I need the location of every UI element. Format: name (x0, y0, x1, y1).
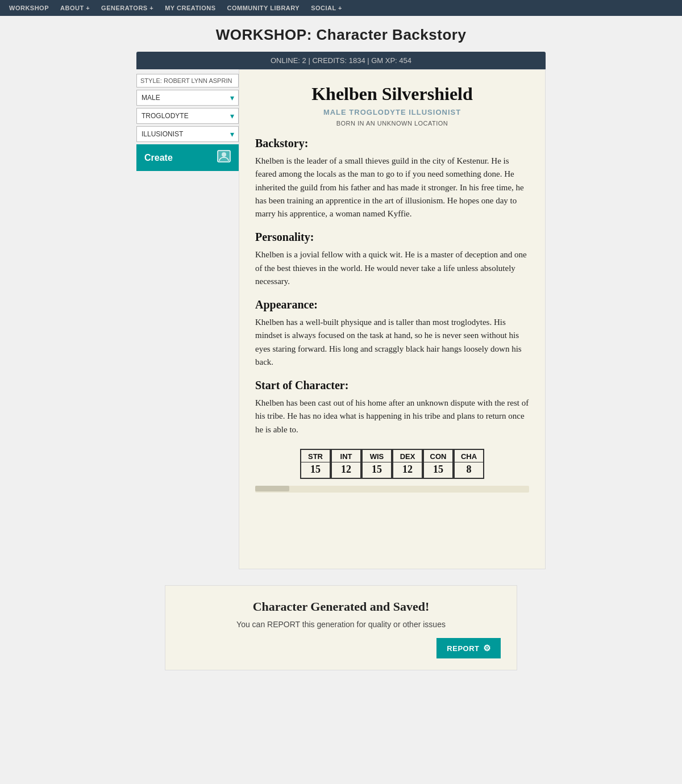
stat-cha-label: CHA (455, 452, 483, 462)
start-of-character-heading: Start of Character: (255, 379, 529, 392)
character-card: Khelben Silvershield MALE TROGLODYTE ILL… (239, 69, 546, 569)
appearance-text: Khelben has a well-built physique and is… (255, 316, 529, 369)
race-dropdown-wrapper: TROGLODYTE HUMAN ELF DWARF ▾ (136, 108, 239, 124)
start-of-character-text: Khelben has been cast out of his home af… (255, 397, 529, 436)
create-button[interactable]: Create (136, 144, 239, 171)
character-subtitle: MALE TROGLODYTE ILLUSIONIST (255, 108, 529, 116)
svg-point-1 (222, 152, 226, 157)
backstory-text: Khelben is the leader of a small thieves… (255, 155, 529, 220)
stat-dex-value: 12 (393, 464, 422, 476)
character-location: BORN IN AN UNKNOWN LOCATION (255, 120, 529, 127)
nav-item-about[interactable]: ABOUT + (60, 5, 90, 11)
main-container: MALE FEMALE RANDOM ▾ TROGLODYTE HUMAN EL… (136, 69, 546, 569)
stat-con: CON 15 (423, 449, 454, 479)
stats-container: STR 15 INT 12 WIS 15 DEX 12 CON 15 CHA 8 (255, 449, 529, 479)
scroll-thumb (255, 486, 289, 491)
appearance-heading: Appearance: (255, 298, 529, 311)
class-dropdown-wrapper: ILLUSIONIST FIGHTER ROGUE MAGE ▾ (136, 126, 239, 142)
stat-str-value: 15 (301, 464, 330, 476)
personality-heading: Personality: (255, 231, 529, 244)
nav-item-generators[interactable]: GENERATORS + (101, 5, 153, 11)
stat-con-value: 15 (424, 464, 452, 476)
stat-str: STR 15 (300, 449, 331, 479)
scroll-area[interactable] (255, 486, 529, 493)
race-select[interactable]: TROGLODYTE HUMAN ELF DWARF (136, 108, 239, 124)
sidebar: MALE FEMALE RANDOM ▾ TROGLODYTE HUMAN EL… (136, 69, 239, 569)
create-icon (217, 150, 231, 165)
class-select[interactable]: ILLUSIONIST FIGHTER ROGUE MAGE (136, 126, 239, 142)
nav-brand[interactable]: WorkshOP (9, 5, 49, 11)
personality-text: Khelben is a jovial fellow with a quick … (255, 248, 529, 288)
stat-int-label: INT (332, 452, 360, 462)
stat-wis: WIS 15 (361, 449, 392, 479)
create-label: Create (144, 153, 173, 163)
notification-box: Character Generated and Saved! You can R… (165, 585, 517, 670)
report-label: REPORT (447, 644, 479, 653)
report-button[interactable]: REPORT ⚙ (436, 638, 501, 658)
backstory-heading: Backstory: (255, 137, 529, 150)
stat-wis-value: 15 (363, 464, 391, 476)
nav-item-community-library[interactable]: COMMUNITY LIBRARY (227, 5, 300, 11)
stat-int: INT 12 (331, 449, 361, 479)
stat-dex: DEX 12 (392, 449, 423, 479)
nav-item-my-creations[interactable]: MY CREATIONS (165, 5, 215, 11)
stat-int-value: 12 (332, 464, 360, 476)
report-icon: ⚙ (483, 643, 491, 653)
notification-title: Character Generated and Saved! (181, 599, 501, 614)
stat-cha-value: 8 (455, 464, 483, 476)
page-title: WORKSHOP: Character Backstory (0, 16, 682, 52)
nav-item-social[interactable]: SOCIAL + (311, 5, 342, 11)
nav-bar: WorkshOP ABOUT + GENERATORS + MY CREATIO… (0, 0, 682, 16)
gender-select[interactable]: MALE FEMALE RANDOM (136, 90, 239, 106)
stat-dex-label: DEX (393, 452, 422, 462)
stat-con-label: CON (424, 452, 452, 462)
stat-cha: CHA 8 (454, 449, 484, 479)
character-name: Khelben Silvershield (255, 84, 529, 105)
gender-dropdown-wrapper: MALE FEMALE RANDOM ▾ (136, 90, 239, 106)
notification-text: You can REPORT this generation for quali… (181, 620, 501, 629)
online-bar: ONLINE: 2 | CREDITS: 1834 | GM XP: 454 (136, 52, 546, 69)
style-input[interactable] (136, 74, 239, 87)
stat-wis-label: WIS (363, 452, 391, 462)
stat-str-label: STR (301, 452, 330, 462)
